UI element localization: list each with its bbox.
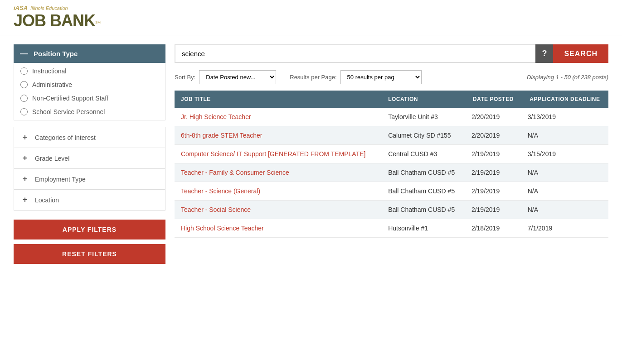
col-header-location: LOCATION — [382, 91, 465, 108]
position-type-label: Position Type — [34, 50, 78, 57]
job-title-cell: Teacher - Family & Consumer Science — [175, 163, 382, 182]
logo-top-row: iASA Illinois Education — [14, 5, 613, 11]
table-row: Jr. High Science TeacherTaylorville Unit… — [175, 108, 608, 126]
job-title-link[interactable]: Computer Science/ IT Support [GENERATED … — [181, 150, 365, 158]
filter-section-categories[interactable]: +Categories of Interest — [14, 127, 165, 148]
radio-input-instructional[interactable] — [20, 67, 28, 75]
date-posted-cell: 2/18/2019 — [465, 219, 521, 238]
deadline-cell: N/A — [521, 126, 608, 145]
table-row: Teacher - Social ScienceBall Chatham CUS… — [175, 201, 608, 219]
filter-section-grade[interactable]: +Grade Level — [14, 148, 165, 169]
results-per-page-group: Results per Page: 10 results per page25 … — [290, 70, 421, 84]
table-row: Computer Science/ IT Support [GENERATED … — [175, 145, 608, 163]
radio-item-instructional[interactable]: Instructional — [20, 67, 159, 75]
deadline-cell: 3/13/2019 — [521, 108, 608, 126]
radio-input-administrative[interactable] — [20, 81, 28, 88]
job-title-cell: Teacher - Social Science — [175, 201, 382, 219]
main-layout: — Position Type InstructionalAdministrat… — [0, 35, 622, 354]
radio-item-non-certified[interactable]: Non-Certified Support Staff — [20, 95, 159, 102]
job-title-link[interactable]: Teacher - Family & Consumer Science — [181, 169, 289, 176]
table-row: Teacher - Family & Consumer ScienceBall … — [175, 163, 608, 182]
job-title-cell: Jr. High Science Teacher — [175, 108, 382, 126]
deadline-cell: 3/15/2019 — [521, 145, 608, 163]
filter-label-categories: Categories of Interest — [35, 134, 96, 141]
results-info: Displaying 1 - 50 (of 238 posts) — [527, 74, 608, 81]
date-posted-cell: 2/19/2019 — [465, 163, 521, 182]
logo: iASA Illinois Education JOB BANKSM — [14, 5, 613, 30]
location-cell: Ball Chatham CUSD #5 — [382, 182, 465, 201]
filter-label-grade: Grade Level — [35, 155, 69, 162]
search-button[interactable]: SEARCH — [553, 44, 608, 63]
location-cell: Calumet City SD #155 — [382, 126, 465, 145]
table-header: JOB TITLELOCATIONDATE POSTEDAPPLICATION … — [175, 91, 608, 108]
logo-jobbank-row: JOB BANKSM — [14, 11, 613, 30]
radio-input-school-service[interactable] — [20, 108, 28, 115]
plus-icon-employment: + — [20, 174, 29, 184]
table-row: Teacher - Science (General)Ball Chatham … — [175, 182, 608, 201]
col-header-deadline: APPLICATION DEADLINE — [521, 91, 608, 108]
table-body: Jr. High Science TeacherTaylorville Unit… — [175, 108, 608, 238]
job-title-cell: High School Science Teacher — [175, 219, 382, 238]
collapse-icon: — — [20, 49, 28, 58]
sidebar: — Position Type InstructionalAdministrat… — [14, 44, 165, 345]
filter-label-employment: Employment Type — [35, 176, 86, 183]
job-title-cell: 6th-8th grade STEM Teacher — [175, 126, 382, 145]
position-type-header[interactable]: — Position Type — [14, 44, 165, 63]
logo-ie-text: Illinois Education — [30, 5, 68, 11]
main-content: ? SEARCH Sort By: Date Posted new...Date… — [175, 44, 608, 345]
search-bar: ? SEARCH — [175, 44, 608, 63]
location-cell: Hutsonville #1 — [382, 219, 465, 238]
job-title-link[interactable]: High School Science Teacher — [181, 225, 264, 232]
location-cell: Ball Chatham CUSD #5 — [382, 201, 465, 219]
job-title-cell: Computer Science/ IT Support [GENERATED … — [175, 145, 382, 163]
site-header: iASA Illinois Education JOB BANKSM — [0, 0, 622, 35]
deadline-cell: N/A — [521, 201, 608, 219]
radio-label-administrative: Administrative — [32, 81, 72, 88]
search-help-button[interactable]: ? — [535, 44, 553, 63]
job-title-link[interactable]: Teacher - Science (General) — [181, 187, 260, 195]
radio-label-instructional: Instructional — [32, 67, 66, 75]
sort-by-group: Sort By: Date Posted new...Date Posted o… — [175, 70, 276, 84]
plus-icon-categories: + — [20, 133, 29, 142]
col-header-title: JOB TITLE — [175, 91, 382, 108]
date-posted-cell: 2/20/2019 — [465, 108, 521, 126]
radio-item-administrative[interactable]: Administrative — [20, 81, 159, 88]
col-header-date_posted: DATE POSTED — [465, 91, 521, 108]
deadline-cell: N/A — [521, 182, 608, 201]
date-posted-cell: 2/20/2019 — [465, 126, 521, 145]
table-row: High School Science TeacherHutsonville #… — [175, 219, 608, 238]
search-input[interactable] — [175, 44, 535, 63]
apply-filters-button[interactable]: APPLY FILTERS — [14, 220, 165, 239]
date-posted-cell: 2/19/2019 — [465, 201, 521, 219]
location-cell: Taylorville Unit #3 — [382, 108, 465, 126]
radio-label-school-service: School Service Personnel — [32, 108, 105, 115]
date-posted-cell: 2/19/2019 — [465, 182, 521, 201]
position-type-options: InstructionalAdministrativeNon-Certified… — [14, 63, 165, 120]
reset-filters-button[interactable]: RESET FILTERS — [14, 244, 165, 264]
job-title-link[interactable]: 6th-8th grade STEM Teacher — [181, 132, 262, 139]
date-posted-cell: 2/19/2019 — [465, 145, 521, 163]
job-title-link[interactable]: Teacher - Social Science — [181, 206, 251, 213]
logo-sm-text: SM — [95, 20, 101, 24]
deadline-cell: N/A — [521, 163, 608, 182]
radio-input-non-certified[interactable] — [20, 95, 28, 102]
logo-iasa-text: iASA — [14, 5, 28, 11]
filter-section-location[interactable]: +Location — [14, 190, 165, 211]
filter-label-location: Location — [35, 196, 59, 204]
location-cell: Ball Chatham CUSD #5 — [382, 163, 465, 182]
sort-by-select[interactable]: Date Posted new...Date Posted old...Job … — [199, 70, 276, 84]
radio-item-school-service[interactable]: School Service Personnel — [20, 108, 159, 115]
logo-jobbank-text: JOB BANK — [14, 11, 95, 30]
plus-icon-location: + — [20, 195, 29, 205]
plus-icon-grade: + — [20, 153, 29, 163]
results-per-page-select[interactable]: 10 results per page25 results per page50… — [340, 70, 422, 84]
job-title-link[interactable]: Jr. High Science Teacher — [181, 113, 251, 120]
deadline-cell: 7/1/2019 — [521, 219, 608, 238]
results-label: Results per Page: — [290, 74, 336, 81]
filter-sections: +Categories of Interest+Grade Level+Empl… — [14, 127, 165, 211]
sort-row: Sort By: Date Posted new...Date Posted o… — [175, 70, 608, 84]
filter-section-employment[interactable]: +Employment Type — [14, 169, 165, 190]
results-table: JOB TITLELOCATIONDATE POSTEDAPPLICATION … — [175, 91, 608, 238]
location-cell: Central CUSD #3 — [382, 145, 465, 163]
radio-label-non-certified: Non-Certified Support Staff — [32, 95, 108, 102]
